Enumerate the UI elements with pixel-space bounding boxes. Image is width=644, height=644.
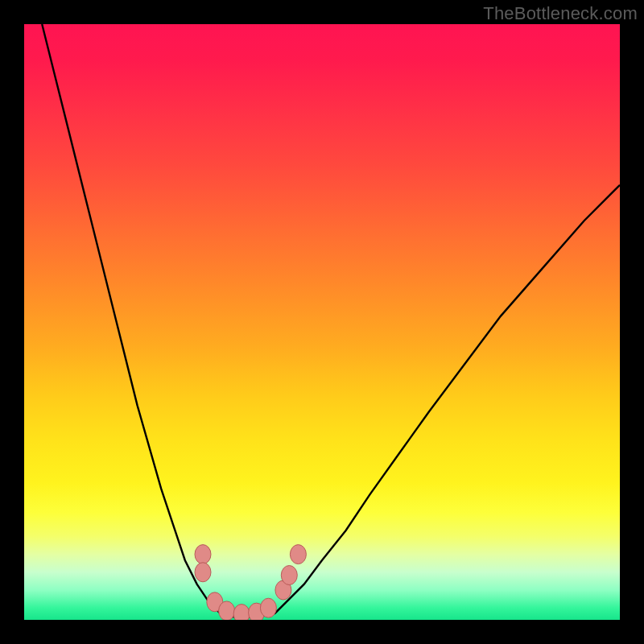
chart-svg <box>24 24 620 620</box>
plot-area <box>24 24 620 620</box>
data-markers <box>195 545 306 620</box>
marker-right-cluster-b <box>281 566 297 585</box>
left-curve <box>42 24 221 614</box>
marker-valley-2 <box>219 601 235 620</box>
chart-frame: TheBottleneck.com <box>0 0 644 644</box>
watermark-text: TheBottleneck.com <box>483 3 638 24</box>
marker-valley-3 <box>233 605 250 620</box>
right-curve <box>275 185 620 614</box>
marker-valley-5 <box>260 598 276 617</box>
marker-left-cluster-bot <box>195 563 211 582</box>
marker-right-cluster-c <box>290 545 306 564</box>
marker-left-cluster-top <box>195 545 211 564</box>
